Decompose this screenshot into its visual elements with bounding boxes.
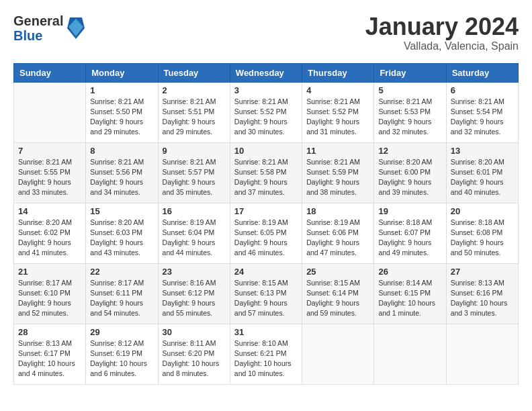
calendar-cell: 30Sunrise: 8:11 AMSunset: 6:20 PMDayligh…: [158, 324, 230, 384]
day-number: 31: [234, 327, 298, 337]
day-number: 4: [306, 85, 369, 95]
day-info: Sunrise: 8:21 AMSunset: 5:56 PMDaylight:…: [90, 157, 153, 198]
day-info: Sunrise: 8:21 AMSunset: 5:53 PMDaylight:…: [378, 97, 441, 138]
calendar-cell: [302, 324, 374, 384]
logo: General Blue: [13, 13, 86, 43]
calendar-cell: 29Sunrise: 8:12 AMSunset: 6:19 PMDayligh…: [86, 324, 158, 384]
day-info: Sunrise: 8:10 AMSunset: 6:21 PMDaylight:…: [234, 338, 298, 379]
day-info: Sunrise: 8:20 AMSunset: 6:03 PMDaylight:…: [90, 218, 153, 259]
day-info: Sunrise: 8:15 AMSunset: 6:14 PMDaylight:…: [306, 278, 369, 319]
calendar-cell: 15Sunrise: 8:20 AMSunset: 6:03 PMDayligh…: [86, 203, 158, 263]
day-info: Sunrise: 8:15 AMSunset: 6:13 PMDaylight:…: [234, 278, 298, 319]
day-info: Sunrise: 8:19 AMSunset: 6:04 PMDaylight:…: [163, 218, 226, 259]
day-info: Sunrise: 8:21 AMSunset: 5:59 PMDaylight:…: [306, 157, 369, 198]
day-info: Sunrise: 8:21 AMSunset: 5:54 PMDaylight:…: [451, 97, 514, 138]
day-number: 7: [18, 146, 81, 156]
weekday-header-sunday: Sunday: [14, 63, 86, 82]
day-info: Sunrise: 8:21 AMSunset: 5:52 PMDaylight:…: [306, 97, 369, 138]
day-number: 14: [18, 206, 81, 216]
day-info: Sunrise: 8:13 AMSunset: 6:17 PMDaylight:…: [18, 338, 81, 379]
day-number: 22: [90, 267, 153, 277]
day-number: 24: [234, 267, 298, 277]
weekday-header-wednesday: Wednesday: [230, 63, 302, 82]
day-number: 17: [234, 206, 298, 216]
month-title: January 2024: [365, 13, 519, 40]
calendar-cell: [446, 324, 518, 384]
day-info: Sunrise: 8:21 AMSunset: 5:52 PMDaylight:…: [234, 97, 298, 138]
day-info: Sunrise: 8:13 AMSunset: 6:16 PMDaylight:…: [451, 278, 514, 319]
day-number: 25: [306, 267, 369, 277]
day-number: 26: [378, 267, 441, 277]
day-info: Sunrise: 8:12 AMSunset: 6:19 PMDaylight:…: [90, 338, 153, 379]
weekday-header-friday: Friday: [374, 63, 446, 82]
calendar-cell: 14Sunrise: 8:20 AMSunset: 6:02 PMDayligh…: [14, 203, 86, 263]
weekday-header-saturday: Saturday: [446, 63, 518, 82]
calendar-week-row: 1Sunrise: 8:21 AMSunset: 5:50 PMDaylight…: [14, 82, 519, 142]
calendar-cell: 17Sunrise: 8:19 AMSunset: 6:05 PMDayligh…: [230, 203, 302, 263]
day-info: Sunrise: 8:18 AMSunset: 6:07 PMDaylight:…: [378, 218, 441, 259]
calendar-cell: 5Sunrise: 8:21 AMSunset: 5:53 PMDaylight…: [374, 82, 446, 142]
day-info: Sunrise: 8:20 AMSunset: 6:00 PMDaylight:…: [378, 157, 441, 198]
day-number: 10: [234, 146, 298, 156]
day-number: 5: [378, 85, 441, 95]
day-number: 20: [451, 206, 514, 216]
day-number: 23: [163, 267, 226, 277]
calendar-cell: 18Sunrise: 8:19 AMSunset: 6:06 PMDayligh…: [302, 203, 374, 263]
day-number: 28: [18, 327, 81, 337]
page-header: General Blue January 2024 Vallada, Valen…: [13, 13, 519, 52]
day-number: 11: [306, 146, 369, 156]
calendar-week-row: 14Sunrise: 8:20 AMSunset: 6:02 PMDayligh…: [14, 203, 519, 263]
day-info: Sunrise: 8:19 AMSunset: 6:05 PMDaylight:…: [234, 218, 298, 259]
weekday-header-thursday: Thursday: [302, 63, 374, 82]
calendar-cell: 1Sunrise: 8:21 AMSunset: 5:50 PMDaylight…: [86, 82, 158, 142]
day-number: 16: [163, 206, 226, 216]
day-info: Sunrise: 8:21 AMSunset: 5:55 PMDaylight:…: [18, 157, 81, 198]
logo-icon: [66, 16, 86, 40]
day-number: 27: [451, 267, 514, 277]
calendar-cell: 20Sunrise: 8:18 AMSunset: 6:08 PMDayligh…: [446, 203, 518, 263]
day-number: 13: [451, 146, 514, 156]
calendar-cell: 12Sunrise: 8:20 AMSunset: 6:00 PMDayligh…: [374, 142, 446, 203]
day-number: 30: [163, 327, 226, 337]
day-number: 21: [18, 267, 81, 277]
weekday-header-monday: Monday: [86, 63, 158, 82]
day-info: Sunrise: 8:20 AMSunset: 6:01 PMDaylight:…: [451, 157, 514, 198]
logo-text: General Blue: [13, 13, 63, 43]
calendar-cell: 26Sunrise: 8:14 AMSunset: 6:15 PMDayligh…: [374, 263, 446, 324]
day-number: 8: [90, 146, 153, 156]
day-number: 2: [163, 85, 226, 95]
calendar-cell: 24Sunrise: 8:15 AMSunset: 6:13 PMDayligh…: [230, 263, 302, 324]
day-number: 19: [378, 206, 441, 216]
calendar-cell: 31Sunrise: 8:10 AMSunset: 6:21 PMDayligh…: [230, 324, 302, 384]
calendar-week-row: 21Sunrise: 8:17 AMSunset: 6:10 PMDayligh…: [14, 263, 519, 324]
calendar-cell: 10Sunrise: 8:21 AMSunset: 5:58 PMDayligh…: [230, 142, 302, 203]
day-info: Sunrise: 8:20 AMSunset: 6:02 PMDaylight:…: [18, 218, 81, 259]
calendar-cell: 4Sunrise: 8:21 AMSunset: 5:52 PMDaylight…: [302, 82, 374, 142]
calendar-cell: 9Sunrise: 8:21 AMSunset: 5:57 PMDaylight…: [158, 142, 230, 203]
day-number: 12: [378, 146, 441, 156]
calendar-cell: 11Sunrise: 8:21 AMSunset: 5:59 PMDayligh…: [302, 142, 374, 203]
calendar-week-row: 28Sunrise: 8:13 AMSunset: 6:17 PMDayligh…: [14, 324, 519, 384]
day-number: 29: [90, 327, 153, 337]
calendar-cell: 23Sunrise: 8:16 AMSunset: 6:12 PMDayligh…: [158, 263, 230, 324]
day-number: 18: [306, 206, 369, 216]
calendar-cell: 6Sunrise: 8:21 AMSunset: 5:54 PMDaylight…: [446, 82, 518, 142]
logo-general: General: [13, 13, 63, 28]
day-number: 9: [163, 146, 226, 156]
calendar-cell: 13Sunrise: 8:20 AMSunset: 6:01 PMDayligh…: [446, 142, 518, 203]
logo-blue: Blue: [13, 28, 42, 43]
calendar-cell: 8Sunrise: 8:21 AMSunset: 5:56 PMDaylight…: [86, 142, 158, 203]
location-title: Vallada, Valencia, Spain: [365, 40, 519, 52]
calendar-cell: 28Sunrise: 8:13 AMSunset: 6:17 PMDayligh…: [14, 324, 86, 384]
calendar-cell: [374, 324, 446, 384]
day-info: Sunrise: 8:14 AMSunset: 6:15 PMDaylight:…: [378, 278, 441, 319]
calendar-cell: 3Sunrise: 8:21 AMSunset: 5:52 PMDaylight…: [230, 82, 302, 142]
day-info: Sunrise: 8:11 AMSunset: 6:20 PMDaylight:…: [163, 338, 226, 379]
day-info: Sunrise: 8:21 AMSunset: 5:50 PMDaylight:…: [90, 97, 153, 138]
day-number: 3: [234, 85, 298, 95]
day-info: Sunrise: 8:19 AMSunset: 6:06 PMDaylight:…: [306, 218, 369, 259]
day-info: Sunrise: 8:21 AMSunset: 5:58 PMDaylight:…: [234, 157, 298, 198]
day-info: Sunrise: 8:17 AMSunset: 6:10 PMDaylight:…: [18, 278, 81, 319]
calendar-cell: 22Sunrise: 8:17 AMSunset: 6:11 PMDayligh…: [86, 263, 158, 324]
calendar-cell: 27Sunrise: 8:13 AMSunset: 6:16 PMDayligh…: [446, 263, 518, 324]
